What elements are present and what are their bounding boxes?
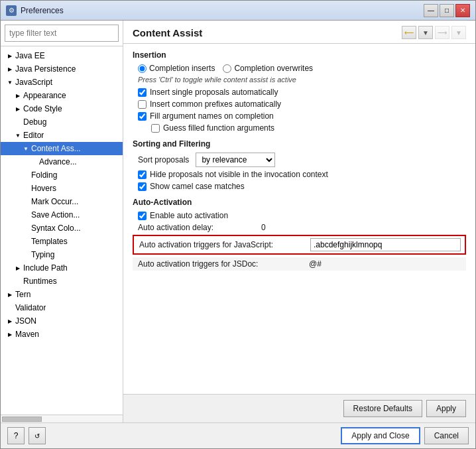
sort-proposals-label: Sort proposals	[138, 155, 189, 164]
content-area: ▶ Java EE ▶ Java Persistence ▼ JavaScrip…	[1, 21, 475, 422]
expand-icon: ▼	[6, 78, 14, 86]
sidebar-item-advanced[interactable]: ▶ Advance...	[1, 155, 123, 168]
sidebar-item-maven[interactable]: ▶ Maven	[1, 328, 123, 341]
sidebar-item-label: Syntax Colo...	[31, 224, 81, 233]
cb-enable-auto[interactable]	[138, 212, 147, 220]
sidebar-item-label: Content Ass...	[31, 144, 81, 153]
sort-proposals-select[interactable]: by relevance alphabetically	[196, 153, 275, 167]
sidebar-item-label: Editor	[23, 131, 44, 140]
sidebar-item-debug[interactable]: ▶ Debug	[1, 115, 123, 129]
restore-defaults-button[interactable]: Restore Defaults	[343, 400, 422, 417]
expand-icon: ▶	[6, 290, 14, 298]
radio-completion-overwrites[interactable]: Completion overwrites	[223, 64, 313, 73]
js-triggers-input[interactable]	[310, 238, 461, 251]
sidebar: ▶ Java EE ▶ Java Persistence ▼ JavaScrip…	[1, 21, 123, 422]
sidebar-item-templates[interactable]: ▶ Templates	[1, 235, 123, 248]
minimize-button[interactable]: —	[424, 4, 438, 17]
help-button[interactable]: ?	[7, 427, 25, 444]
sidebar-item-editor[interactable]: ▼ Editor	[1, 129, 123, 142]
main-panel: Content Assist ⟵ ▼ ⟶ ▼ Insertion Complet…	[123, 21, 475, 422]
expand-icon: ▶	[14, 92, 22, 99]
radio-inserts-label: Completion inserts	[149, 64, 215, 73]
panel-nav: ⟵ ▼ ⟶ ▼	[402, 26, 466, 39]
radio-overwrites-input[interactable]	[223, 64, 231, 73]
bottom-right-buttons: Apply and Close Cancel	[341, 427, 469, 444]
cb-enable-auto-row: Enable auto activation	[133, 211, 466, 220]
sidebar-item-typing[interactable]: ▶ Typing	[1, 248, 123, 261]
apply-button[interactable]: Apply	[426, 400, 466, 417]
sidebar-item-runtimes[interactable]: ▶ Runtimes	[1, 275, 123, 288]
cb-insert-single-label: Insert single proposals automatically	[150, 88, 278, 97]
cb-guess-filled-row: Guess filled function arguments	[133, 123, 466, 133]
sidebar-item-tern[interactable]: ▶ Tern	[1, 288, 123, 301]
radio-inserts-input[interactable]	[138, 64, 147, 73]
sidebar-item-label: Tern	[15, 290, 30, 299]
back-button[interactable]: ⟵	[402, 26, 416, 39]
sidebar-item-mark-occurrences[interactable]: ▶ Mark Occur...	[1, 195, 123, 208]
close-button[interactable]: ✕	[455, 4, 470, 17]
tree-area: ▶ Java EE ▶ Java Persistence ▼ JavaScrip…	[1, 46, 123, 415]
expand-icon: ▶	[6, 317, 14, 325]
expand-icon: ▶	[6, 65, 14, 73]
expand-icon: ▶	[14, 105, 22, 113]
panel-title: Content Assist	[133, 27, 202, 38]
cb-show-camel[interactable]	[138, 182, 147, 191]
cancel-button[interactable]: Cancel	[424, 427, 469, 444]
sidebar-item-java-persistence[interactable]: ▶ Java Persistence	[1, 62, 123, 76]
cb-insert-common[interactable]	[138, 100, 147, 109]
js-triggers-row: Auto activation triggers for JavaScript:	[133, 235, 466, 255]
cb-guess-filled[interactable]	[151, 124, 160, 133]
restore-button[interactable]: ↺	[29, 427, 46, 444]
titlebar: ⚙ Preferences — □ ✕	[1, 1, 475, 21]
sidebar-item-label: JavaScript	[15, 78, 52, 87]
panel-body: Insertion Completion inserts Completion …	[123, 44, 475, 394]
sidebar-item-label: JSON	[15, 316, 36, 326]
back-dropdown-button[interactable]: ▼	[418, 26, 433, 39]
sidebar-item-syntax-coloring[interactable]: ▶ Syntax Colo...	[1, 222, 123, 235]
sidebar-item-label: Maven	[15, 330, 39, 339]
cb-insert-common-label: Insert common prefixes automatically	[150, 99, 281, 109]
window-icon: ⚙	[6, 5, 17, 16]
sidebar-item-include-path[interactable]: ▶ Include Path	[1, 261, 123, 275]
sidebar-item-validator[interactable]: ▶ Validator	[1, 301, 123, 314]
sidebar-item-javascript[interactable]: ▼ JavaScript	[1, 76, 123, 89]
sidebar-item-label: Java Persistence	[15, 64, 76, 74]
sidebar-item-save-actions[interactable]: ▶ Save Action...	[1, 208, 123, 222]
forward-dropdown-button[interactable]: ▼	[451, 26, 466, 39]
sidebar-item-label: Hovers	[31, 184, 56, 193]
sidebar-item-json[interactable]: ▶ JSON	[1, 314, 123, 328]
sidebar-item-java-ee[interactable]: ▶ Java EE	[1, 49, 123, 62]
sidebar-item-label: Code Style	[23, 104, 62, 113]
sidebar-item-label: Save Action...	[31, 210, 80, 220]
sidebar-horizontal-scrollbar[interactable]	[1, 415, 123, 422]
auto-activation-section-label: Auto-Activation	[133, 198, 466, 207]
sidebar-item-label: Include Path	[23, 263, 68, 273]
sidebar-item-appearance[interactable]: ▶ Appearance	[1, 89, 123, 102]
forward-button[interactable]: ⟶	[435, 26, 449, 39]
cb-insert-single[interactable]	[138, 88, 147, 97]
maximize-button[interactable]: □	[440, 4, 454, 17]
sorting-section-label: Sorting and Filtering	[133, 139, 466, 149]
sidebar-item-content-assist[interactable]: ▼ Content Ass...	[1, 142, 123, 155]
bottom-left-buttons: ? ↺	[7, 427, 46, 444]
expand-icon: ▼	[14, 131, 22, 139]
cb-hide-proposals-row: Hide proposals not visible in the invoca…	[133, 170, 466, 179]
sidebar-item-folding[interactable]: ▶ Folding	[1, 168, 123, 182]
cb-hide-proposals[interactable]	[138, 170, 147, 179]
sidebar-item-hovers[interactable]: ▶ Hovers	[1, 182, 123, 195]
apply-close-button[interactable]: Apply and Close	[341, 427, 420, 444]
sidebar-item-label: Typing	[31, 250, 54, 259]
radio-overwrites-label: Completion overwrites	[234, 64, 313, 73]
delay-label: Auto activation delay:	[138, 223, 257, 232]
radio-completion-inserts[interactable]: Completion inserts	[138, 64, 215, 73]
titlebar-buttons: — □ ✕	[424, 4, 470, 17]
window-title: Preferences	[21, 6, 424, 15]
sidebar-item-label: Runtimes	[23, 277, 57, 286]
filter-input[interactable]	[5, 25, 119, 42]
cb-fill-argument[interactable]	[138, 112, 147, 121]
sidebar-item-code-style[interactable]: ▶ Code Style	[1, 102, 123, 115]
panel-header: Content Assist ⟵ ▼ ⟶ ▼	[123, 21, 475, 44]
preferences-window: ⚙ Preferences — □ ✕ ▶ Java EE ▶ Java Per	[0, 0, 476, 449]
sidebar-item-label: Java EE	[15, 51, 45, 60]
sidebar-item-label: Validator	[15, 303, 46, 312]
